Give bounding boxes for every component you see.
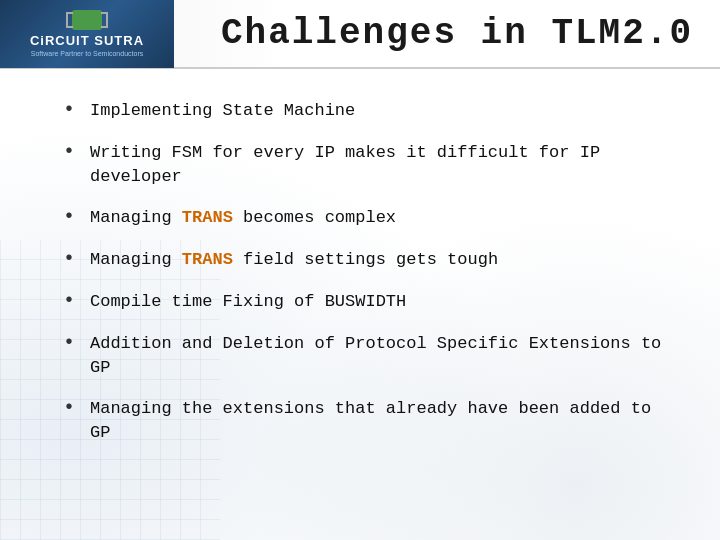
bullet-text: Addition and Deletion of Protocol Specif… — [90, 332, 680, 380]
bullet-text-content: Implementing State Machine — [90, 101, 355, 120]
bullet-text-content: Compile time Fixing of BUSWIDTH — [90, 292, 406, 311]
bullet-text: Writing FSM for every IP makes it diffic… — [90, 141, 680, 189]
page-title: Challenges in TLM2.0 — [174, 13, 720, 54]
bullet-icon: • — [60, 399, 78, 417]
main-content: • Implementing State Machine • Writing F… — [0, 69, 720, 465]
chip-icon — [72, 10, 102, 30]
list-item: • Managing TRANS becomes complex — [60, 206, 680, 230]
list-item: • Implementing State Machine — [60, 99, 680, 123]
logo-subtitle: Software Partner to Semiconductors — [31, 50, 143, 57]
logo-area: CiRCUIT SUTRA Software Partner to Semico… — [0, 0, 174, 68]
bullet-text-content: Addition and Deletion of Protocol Specif… — [90, 334, 661, 377]
text-before: Managing — [90, 208, 182, 227]
list-item: • Compile time Fixing of BUSWIDTH — [60, 290, 680, 314]
text-before: Managing — [90, 250, 182, 269]
text-after: becomes complex — [233, 208, 396, 227]
bullet-icon: • — [60, 101, 78, 119]
list-item: • Addition and Deletion of Protocol Spec… — [60, 332, 680, 380]
bullet-text: Managing the extensions that already hav… — [90, 397, 680, 445]
logo-text: CiRCUIT SUTRA — [30, 33, 144, 49]
highlight-trans: TRANS — [182, 208, 233, 227]
bullet-icon: • — [60, 208, 78, 226]
list-item: • Writing FSM for every IP makes it diff… — [60, 141, 680, 189]
text-after: field settings gets tough — [233, 250, 498, 269]
bullet-text: Compile time Fixing of BUSWIDTH — [90, 290, 680, 314]
bullet-text-content: Managing the extensions that already hav… — [90, 399, 651, 442]
list-item: • Managing TRANS field settings gets tou… — [60, 248, 680, 272]
bullet-icon: • — [60, 250, 78, 268]
bullet-text: Implementing State Machine — [90, 99, 680, 123]
bullet-text: Managing TRANS field settings gets tough — [90, 248, 680, 272]
bullet-icon: • — [60, 334, 78, 352]
bullet-icon: • — [60, 143, 78, 161]
highlight-trans: TRANS — [182, 250, 233, 269]
bullet-text: Managing TRANS becomes complex — [90, 206, 680, 230]
bullet-icon: • — [60, 292, 78, 310]
bullet-text-content: Writing FSM for every IP makes it diffic… — [90, 143, 600, 186]
header: CiRCUIT SUTRA Software Partner to Semico… — [0, 0, 720, 69]
bullet-list: • Implementing State Machine • Writing F… — [60, 99, 680, 445]
list-item: • Managing the extensions that already h… — [60, 397, 680, 445]
